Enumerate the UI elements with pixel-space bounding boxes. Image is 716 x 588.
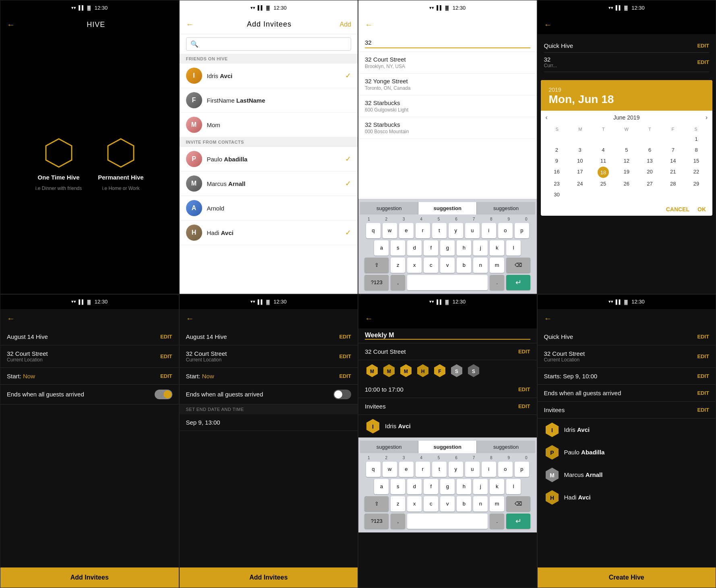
key-123[interactable]: ?123 xyxy=(364,275,389,290)
contact-mom[interactable]: M Mom xyxy=(180,113,358,137)
key-delete[interactable]: ⌫ xyxy=(506,258,530,273)
key-s[interactable]: s xyxy=(391,240,405,256)
ends-edit-8[interactable]: EDIT xyxy=(697,390,709,396)
key-t[interactable]: t xyxy=(432,223,447,238)
back-button-6[interactable]: ← xyxy=(186,314,194,323)
hive-title-input-7[interactable] xyxy=(365,332,530,340)
location-edit-7[interactable]: EDIT xyxy=(518,349,530,355)
cal-prev-arrow[interactable]: ‹ xyxy=(546,114,548,121)
cal-ok-btn[interactable]: OK xyxy=(697,206,706,213)
key-p[interactable]: p xyxy=(515,223,529,238)
k7-d[interactable]: d xyxy=(407,479,422,494)
key-l[interactable]: l xyxy=(506,240,521,256)
cal-day-6[interactable]: 6 xyxy=(639,145,661,155)
key-enter[interactable]: ↵ xyxy=(506,275,530,290)
key-u[interactable]: u xyxy=(465,223,480,238)
cal-day-20[interactable]: 20 xyxy=(639,167,661,178)
cal-day-5[interactable]: 5 xyxy=(615,145,638,155)
k7-r[interactable]: r xyxy=(416,462,430,477)
invitees-edit-7[interactable]: EDIT xyxy=(518,403,530,409)
k7-123[interactable]: ?123 xyxy=(364,514,389,529)
toggle-switch-6[interactable] xyxy=(333,390,351,399)
key-h[interactable]: h xyxy=(457,240,471,256)
key-y[interactable]: y xyxy=(449,223,463,238)
k7-x[interactable]: x xyxy=(407,496,422,512)
k7-k[interactable]: k xyxy=(490,479,504,494)
key-i[interactable]: i xyxy=(482,223,496,238)
contact-hadi[interactable]: H Hadi Avci ✓ xyxy=(180,221,358,245)
cal-day-8[interactable]: 8 xyxy=(685,145,708,155)
one-time-hive-card[interactable]: One Time Hive i.e Dinner with friends xyxy=(35,137,82,191)
k7-t[interactable]: t xyxy=(432,462,447,477)
key-j[interactable]: j xyxy=(473,240,488,256)
key-period[interactable]: . xyxy=(490,275,504,290)
k7-h[interactable]: h xyxy=(457,479,471,494)
k7-e[interactable]: e xyxy=(399,462,414,477)
contact-idris-avci[interactable]: I Idris Avci ✓ xyxy=(180,64,358,88)
k7-q[interactable]: q xyxy=(366,462,381,477)
cal-day-22[interactable]: 22 xyxy=(685,167,708,178)
add-action-button[interactable]: Add xyxy=(340,21,351,28)
k7-y[interactable]: y xyxy=(449,462,463,477)
cal-day-2[interactable]: 2 xyxy=(546,145,568,155)
k7-p[interactable]: p xyxy=(515,462,529,477)
key-f[interactable]: f xyxy=(424,240,438,256)
cal-day-19[interactable]: 19 xyxy=(615,167,638,178)
qh-location-edit[interactable]: EDIT xyxy=(697,59,709,65)
location-edit-5[interactable]: EDIT xyxy=(160,353,172,359)
location-item-2[interactable]: 32 Starbucks 600 Gulgowski Light xyxy=(358,95,537,117)
k7-z[interactable]: z xyxy=(391,496,405,512)
cal-day-17[interactable]: 17 xyxy=(569,167,591,178)
kb-suggestion-0[interactable]: suggestion xyxy=(360,202,418,215)
k7-enter[interactable]: ↵ xyxy=(506,514,530,529)
key-c[interactable]: c xyxy=(424,258,438,273)
k7-j[interactable]: j xyxy=(473,479,488,494)
search-input[interactable] xyxy=(202,41,347,47)
key-a[interactable]: a xyxy=(374,240,389,256)
cal-day-27[interactable]: 27 xyxy=(639,179,661,189)
key-r[interactable]: r xyxy=(416,223,430,238)
cal-day-12[interactable]: 12 xyxy=(615,156,638,166)
k7-f[interactable]: f xyxy=(424,479,438,494)
cal-day-11[interactable]: 11 xyxy=(592,156,615,166)
contact-arnold[interactable]: A Arnold xyxy=(180,196,358,221)
cal-day-16[interactable]: 16 xyxy=(546,167,568,178)
location-edit-8[interactable]: EDIT xyxy=(697,353,709,359)
kb-suggestion-2[interactable]: suggestion xyxy=(477,202,535,215)
start-edit-5[interactable]: EDIT xyxy=(160,373,172,379)
k7-space[interactable] xyxy=(407,514,488,529)
starts-edit-8[interactable]: EDIT xyxy=(697,373,709,379)
qh-name-edit[interactable]: EDIT xyxy=(697,43,709,49)
k7-l[interactable]: l xyxy=(506,479,521,494)
location-edit-6[interactable]: EDIT xyxy=(339,353,351,359)
contact-marcus[interactable]: M Marcus Arnall ✓ xyxy=(180,171,358,196)
k7-g[interactable]: g xyxy=(440,479,455,494)
back-button-4[interactable]: ← xyxy=(544,20,552,29)
cal-day-18-today[interactable]: 18 xyxy=(598,167,609,178)
k7-m[interactable]: m xyxy=(490,496,504,512)
location-item-0[interactable]: 32 Court Street Brooklyn, NY, USA xyxy=(358,52,537,74)
k7-v[interactable]: v xyxy=(440,496,455,512)
k7-comma[interactable]: , xyxy=(391,514,405,529)
k7-period[interactable]: . xyxy=(490,514,504,529)
k7-del[interactable]: ⌫ xyxy=(506,496,530,512)
location-item-3[interactable]: 32 Starbucks 000 Bosco Mountain xyxy=(358,117,537,139)
k7-a[interactable]: a xyxy=(374,479,389,494)
key-q[interactable]: q xyxy=(366,223,381,238)
cal-day-3[interactable]: 3 xyxy=(569,145,591,155)
create-hive-button[interactable]: Create Hive xyxy=(538,567,716,588)
hive-name-edit-6[interactable]: EDIT xyxy=(339,334,351,340)
key-e[interactable]: e xyxy=(399,223,414,238)
time-edit-7[interactable]: EDIT xyxy=(518,386,530,392)
back-button-1[interactable]: ← xyxy=(7,20,15,29)
kb-suggestion-1[interactable]: suggestion xyxy=(418,202,477,215)
key-k[interactable]: k xyxy=(490,240,504,256)
cal-day-1[interactable]: 1 xyxy=(685,134,708,144)
cal-day-23[interactable]: 23 xyxy=(546,179,568,189)
key-n[interactable]: n xyxy=(473,258,488,273)
cal-day-28[interactable]: 28 xyxy=(662,179,684,189)
key-m[interactable]: m xyxy=(490,258,504,273)
toggle-switch-5[interactable] xyxy=(155,390,172,399)
cal-day-24[interactable]: 24 xyxy=(569,179,591,189)
cal-day-21[interactable]: 21 xyxy=(662,167,684,178)
